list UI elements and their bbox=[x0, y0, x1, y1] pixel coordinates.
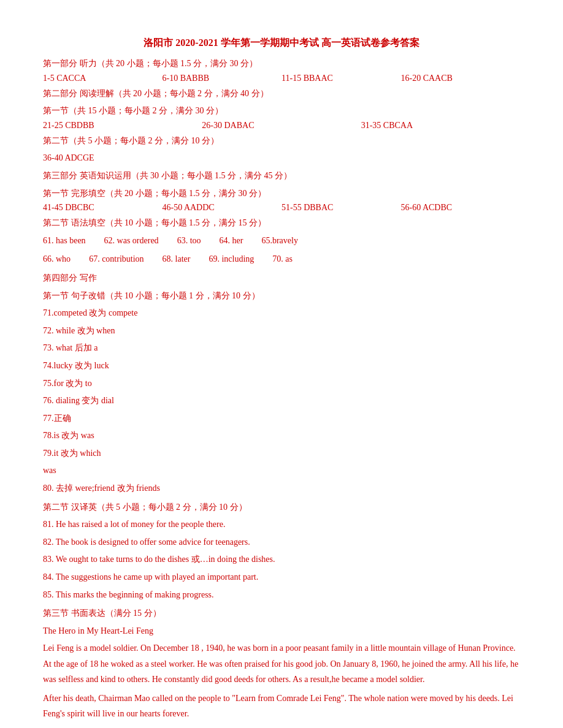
part1-label: 第一部分 听力（共 20 小题；每小题 1.5 分，满分 30 分） bbox=[43, 56, 520, 72]
part2-sec1-answers: 21-25 CBDBB 26-30 DABAC 31-35 CBCAA bbox=[43, 121, 520, 131]
part1-row1-col4: 16-20 CAACB bbox=[401, 74, 521, 83]
trans-82: 82. The book is designed to offer some a… bbox=[43, 534, 520, 551]
part3-row1-col3: 51-55 DBBAC bbox=[282, 203, 401, 213]
ans70: 70. as bbox=[272, 251, 293, 268]
part2-sec2-label: 第二节（共 5 小题；每小题 2 分，满分 10 分） bbox=[43, 133, 520, 150]
part1-row1-col2: 6-10 BABBB bbox=[163, 74, 282, 83]
trans-84: 84. The suggestions he came up with play… bbox=[43, 569, 520, 586]
part3-label: 第三部分 英语知识运用（共 30 小题；每小题 1.5 分，满分 45 分） bbox=[43, 168, 520, 184]
essay-para1: Lei Feng is a model soldier. On December… bbox=[43, 640, 520, 687]
part3-row1-col2: 46-50 AADDC bbox=[163, 203, 282, 213]
part4-item-73: 73. what 后加 a bbox=[43, 340, 520, 357]
part3-row1-col1: 41-45 DBCBC bbox=[43, 203, 163, 213]
part4-item-80: 80. 去掉 were;friend 改为 friends bbox=[43, 480, 520, 497]
trans-81: 81. He has raised a lot of money for the… bbox=[43, 517, 520, 533]
part3-sec2-label: 第二节 语法填空（共 10 小题；每小题 1.5 分，满分 15 分） bbox=[43, 215, 520, 232]
part1-row1-col3: 11-15 BBAAC bbox=[282, 74, 401, 83]
part4-sec1-items: 71.competed 改为 compete 72. while 改为 when… bbox=[43, 305, 520, 497]
ans67: 67. contribution bbox=[89, 251, 144, 268]
trans-83: 83. We ought to take turns to do the dis… bbox=[43, 552, 520, 568]
ans62: 62. was ordered bbox=[104, 233, 159, 249]
part3-sec1-label: 第一节 完形填空（共 20 小题；每小题 1.5 分，满分 30 分） bbox=[43, 186, 520, 202]
essay-title: The Hero in My Heart-Lei Feng bbox=[43, 623, 520, 640]
ans66: 66. who bbox=[43, 251, 71, 268]
part3-row1-col4: 56-60 ACDBC bbox=[401, 203, 521, 213]
part2-sec1-label: 第一节（共 15 小题；每小题 2 分，满分 30 分） bbox=[43, 103, 520, 119]
part2-row1-col1: 21-25 CBDBB bbox=[43, 121, 202, 131]
part4-item-78: 78.is 改为 was bbox=[43, 428, 520, 444]
ans65: 65.bravely bbox=[261, 233, 297, 249]
essay-para2: After his death, Chairman Mao called on … bbox=[43, 691, 520, 721]
part4-sec2-translations: 81. He has raised a lot of money for the… bbox=[43, 517, 520, 603]
trans-85: 85. This marks the beginning of making p… bbox=[43, 587, 520, 604]
part4-item-79: 79.it 改为 which bbox=[43, 446, 520, 462]
part4-label: 第四部分 写作 bbox=[43, 270, 520, 287]
ans63: 63. too bbox=[177, 233, 201, 249]
part2-row1-col3: 31-35 CBCAA bbox=[361, 121, 520, 131]
part3-sec1-answers: 41-45 DBCBC 46-50 AADDC 51-55 DBBAC 56-6… bbox=[43, 203, 520, 213]
part1-row1-col1: 1-5 CACCA bbox=[43, 74, 163, 83]
ans69: 69. including bbox=[209, 251, 254, 268]
part4-item-74: 74.lucky 改为 luck bbox=[43, 358, 520, 374]
part4-item-was: was bbox=[43, 463, 520, 479]
part2-sec2-answers: 36-40 ADCGE bbox=[43, 150, 520, 167]
ans68: 68. later bbox=[163, 251, 191, 268]
page-title: 洛阳市 2020-2021 学年第一学期期中考试 高一英语试卷参考答案 bbox=[43, 37, 520, 50]
part1-answers: 1-5 CACCA 6-10 BABBB 11-15 BBAAC 16-20 C… bbox=[43, 74, 520, 83]
part4-sec1-label: 第一节 句子改错（共 10 小题；每小题 1 分，满分 10 分） bbox=[43, 288, 520, 305]
part4-sec2-label: 第二节 汉译英（共 5 小题；每小题 2 分，满分 10 分） bbox=[43, 499, 520, 516]
ans61: 61. has been bbox=[43, 233, 86, 249]
part2-label: 第二部分 阅读理解（共 20 小题；每小题 2 分，满分 40 分） bbox=[43, 86, 520, 102]
part4-item-75: 75.for 改为 to bbox=[43, 376, 520, 392]
part3-sec2-row2: 66. who 67. contribution 68. later 69. i… bbox=[43, 251, 520, 268]
part4-sec3-label: 第三节 书面表达（满分 15 分） bbox=[43, 605, 520, 622]
part4-item-71: 71.competed 改为 compete bbox=[43, 305, 520, 322]
part4-item-77: 77.正确 bbox=[43, 411, 520, 427]
part4-item-72: 72. while 改为 when bbox=[43, 323, 520, 339]
part3-sec2-row1: 61. has been 62. was ordered 63. too 64.… bbox=[43, 233, 520, 249]
ans64: 64. her bbox=[220, 233, 243, 249]
part2-row1-col2: 26-30 DABAC bbox=[202, 121, 361, 131]
part4-item-76: 76. dialing 变为 dial bbox=[43, 393, 520, 409]
